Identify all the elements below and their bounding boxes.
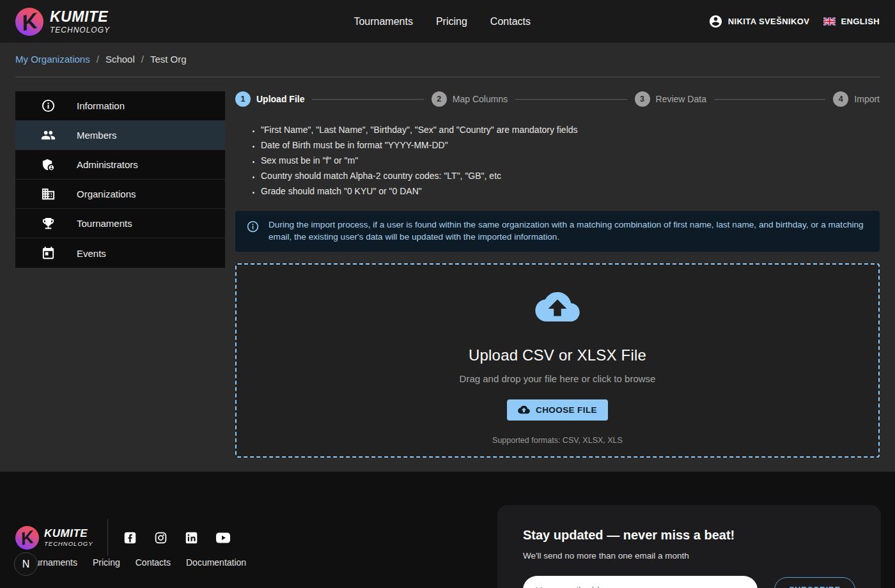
sidebar-item-label: Information — [77, 100, 125, 111]
import-rules-list: "First Name", "Last Name", "Birthday", "… — [261, 124, 880, 197]
newsletter-subtitle: We'll send no more than one email a mont… — [523, 551, 855, 561]
subscribe-button[interactable]: SUBSCRIBE — [774, 577, 855, 588]
user-menu[interactable]: NIKITA SVEŠNIKOV — [708, 14, 810, 29]
footer: K KUMITE TECHNOLOGY Tournaments Pricing … — [0, 472, 895, 588]
nav-link-contacts[interactable]: Contacts — [490, 16, 531, 27]
rule-item: Country should match Alpha-2 country cod… — [261, 170, 880, 182]
calendar-icon — [41, 246, 56, 261]
sidebar-item-label: Members — [77, 130, 117, 141]
account-icon — [708, 14, 723, 29]
nav-link-pricing[interactable]: Pricing — [436, 16, 467, 27]
uk-flag-icon — [823, 17, 836, 26]
brand-logo-icon: K — [15, 526, 39, 550]
breadcrumb-my-organizations[interactable]: My Organizations — [15, 54, 90, 65]
info-icon — [41, 98, 56, 113]
brand-logo[interactable]: K KUMITE TECHNOLOGY — [15, 8, 110, 36]
step-number: 4 — [833, 91, 848, 107]
social-links — [123, 531, 231, 545]
breadcrumb-separator: / — [141, 54, 144, 65]
dropzone-title: Upload CSV or XLSX File — [469, 346, 646, 364]
step-review-data: 3 Review Data — [635, 91, 706, 107]
page: K KUMITE TECHNOLOGY Tournaments Pricing … — [0, 0, 895, 588]
footer-divider — [107, 519, 108, 556]
step-label: Import — [854, 94, 880, 104]
sidebar-item-label: Administrators — [77, 159, 138, 170]
sidebar-item-members[interactable]: Members — [15, 121, 225, 150]
brand-name: KUMITE — [50, 10, 110, 24]
import-wizard: 1 Upload File 2 Map Columns 3 Review Dat… — [235, 91, 880, 458]
language-label: ENGLISH — [841, 17, 880, 26]
sidebar-item-information[interactable]: Information — [15, 91, 225, 121]
building-icon — [41, 187, 56, 201]
sidebar-item-tournaments[interactable]: Tournaments — [15, 209, 225, 238]
breadcrumb: My Organizations / School / Test Org — [0, 43, 895, 65]
sidebar-item-label: Organizations — [77, 189, 136, 199]
step-label: Review Data — [656, 94, 706, 104]
step-connector — [312, 99, 423, 100]
step-label: Upload File — [256, 94, 304, 104]
rule-item: "First Name", "Last Name", "Birthday", "… — [261, 124, 880, 136]
rule-item: Date of Birth must be in format "YYYY-MM… — [261, 139, 880, 151]
brand-tagline: TECHNOLOGY — [44, 541, 93, 547]
breadcrumb-school[interactable]: School — [105, 54, 135, 65]
step-import: 4 Import — [833, 91, 880, 107]
linkedin-icon[interactable] — [185, 531, 198, 545]
user-name: NIKITA SVEŠNIKOV — [728, 17, 810, 26]
breadcrumb-separator: / — [97, 54, 99, 65]
rule-item: Grade should match "0 KYU" or "0 DAN" — [261, 185, 880, 197]
alert-text: During the import process, if a user is … — [268, 219, 869, 244]
brand-name: KUMITE — [44, 528, 93, 539]
step-number: 2 — [432, 91, 447, 107]
import-info-alert: During the import process, if a user is … — [235, 211, 880, 252]
supported-formats: Supported formats: CSV, XLSX, XLS — [492, 436, 623, 445]
rule-item: Sex must be in "f" or "m" — [261, 155, 880, 167]
breadcrumb-test-org: Test Org — [150, 54, 187, 65]
top-navbar: K KUMITE TECHNOLOGY Tournaments Pricing … — [0, 0, 895, 43]
org-sidebar: Information Members Administrators Organ… — [15, 91, 225, 268]
file-dropzone[interactable]: Upload CSV or XLSX File Drag and drop yo… — [235, 263, 880, 458]
step-number: 1 — [235, 91, 251, 107]
sidebar-item-administrators[interactable]: Administrators — [15, 150, 225, 180]
newsletter-card: Stay updated — never miss a beat! We'll … — [497, 505, 881, 588]
sidebar-item-label: Tournaments — [77, 218, 132, 229]
step-label: Map Columns — [453, 94, 508, 104]
brand-tagline: TECHNOLOGY — [50, 26, 110, 34]
dropzone-subtitle: Drag and drop your file here or click to… — [460, 373, 656, 384]
footer-link-documentation[interactable]: Documentation — [186, 557, 246, 568]
admin-shield-icon — [41, 157, 56, 172]
instagram-icon[interactable] — [154, 531, 167, 545]
sidebar-item-events[interactable]: Events — [15, 238, 225, 268]
step-upload-file: 1 Upload File — [235, 91, 304, 107]
members-icon — [41, 128, 56, 143]
cloud-upload-icon — [534, 290, 580, 323]
trophy-icon — [41, 216, 56, 231]
cloud-upload-icon — [518, 405, 530, 414]
footer-link-pricing[interactable]: Pricing — [93, 557, 120, 568]
footer-link-contacts[interactable]: Contacts — [136, 557, 171, 568]
newsletter-title: Stay updated — never miss a beat! — [523, 528, 855, 543]
choose-file-button[interactable]: CHOOSE FILE — [507, 399, 608, 421]
newsletter-email-input[interactable] — [523, 576, 758, 588]
step-connector — [714, 99, 825, 100]
floating-widget-button[interactable]: N — [14, 552, 38, 576]
step-map-columns: 2 Map Columns — [432, 91, 508, 107]
info-icon — [246, 220, 260, 233]
sidebar-item-organizations[interactable]: Organizations — [15, 180, 225, 209]
brand-logo-icon: K — [15, 8, 43, 36]
footer-links: Tournaments Pricing Contacts Documentati… — [26, 557, 246, 568]
sidebar-item-label: Events — [77, 248, 106, 259]
youtube-icon[interactable] — [215, 531, 231, 545]
facebook-icon[interactable] — [123, 531, 137, 545]
step-number: 3 — [635, 91, 650, 107]
footer-brand-logo[interactable]: K KUMITE TECHNOLOGY — [15, 526, 93, 550]
step-connector — [515, 99, 626, 100]
choose-file-label: CHOOSE FILE — [536, 405, 597, 415]
language-selector[interactable]: ENGLISH — [823, 17, 880, 26]
nav-link-tournaments[interactable]: Tournaments — [354, 16, 413, 27]
main-nav: Tournaments Pricing Contacts — [354, 0, 531, 43]
import-stepper: 1 Upload File 2 Map Columns 3 Review Dat… — [235, 91, 880, 107]
